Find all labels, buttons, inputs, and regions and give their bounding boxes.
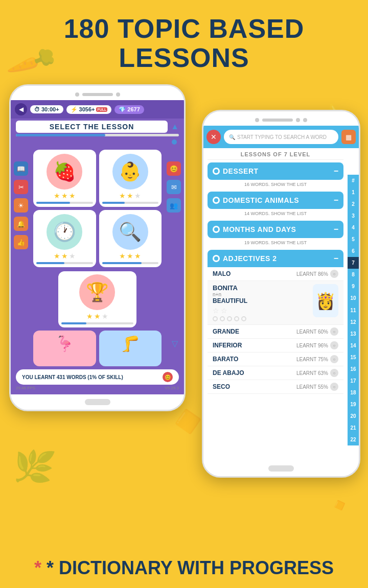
lesson-item-baby[interactable]: 👶 ★★★ [99, 150, 162, 207]
header-progress-bar [16, 134, 179, 136]
num-19[interactable]: 19 [348, 398, 359, 410]
lesson-stars-2: ★★★ [119, 192, 141, 200]
phone-right-camera [255, 118, 259, 122]
num-7[interactable]: 7 [348, 257, 359, 269]
sun-icon[interactable]: ☀ [14, 198, 28, 213]
num-hash[interactable]: # [348, 175, 359, 186]
mail-icon[interactable]: ✉ [167, 180, 181, 194]
lesson-item-clock[interactable]: 🕐 ★★★ [33, 210, 96, 267]
phone-camera [75, 92, 79, 97]
lesson-progress-2 [102, 202, 159, 204]
phone-right-top-bar [203, 111, 359, 126]
lesson-icon-strawberry: 🍓 [47, 154, 82, 190]
phone-right-speaker [262, 119, 293, 122]
lesson-item-strawberry[interactable]: 🍓 ★★★ [33, 150, 96, 207]
adjectives-toggle[interactable]: − [334, 254, 338, 263]
lesson-stars-5: ★★★ [86, 312, 108, 320]
num-15[interactable]: 15 [348, 351, 359, 363]
group-icon[interactable]: 👥 [167, 198, 181, 213]
thumb-icon[interactable]: 👍 [14, 235, 28, 249]
adjectives-header[interactable]: ADJECTIVES 2 − [208, 250, 343, 267]
gems-badge: 💎 2677 [114, 105, 144, 114]
phone-screen-left: ◀ ⏱ 30:00+ ⚡ 3056+ FULL 💎 2677 SELECT TH… [11, 100, 184, 394]
face-icon[interactable]: 😊 [167, 161, 181, 176]
phone-left: ◀ ⏱ 30:00+ ⚡ 3056+ FULL 💎 2677 SELECT TH… [9, 84, 186, 411]
num-10[interactable]: 10 [348, 292, 359, 304]
search-grid-button[interactable]: ▦ [341, 130, 356, 144]
num-20[interactable]: 20 [348, 410, 359, 422]
num-13[interactable]: 13 [348, 328, 359, 340]
domestic-dot [213, 197, 220, 204]
word-seco[interactable]: SECO LEARNT 55% ○ [208, 380, 343, 394]
num-22[interactable]: 22 [348, 434, 359, 445]
num-18[interactable]: 18 [348, 387, 359, 398]
num-11[interactable]: 11 [348, 304, 359, 316]
fps-text: 29.46 FPS [16, 386, 35, 390]
right-content-area: LESSONS OF 7 LEVEL DESSERT − 16 WORDS. S… [203, 148, 359, 394]
lesson-domestic-animals[interactable]: DOMESTIC ANIMALS − 14 WORDS. SHOW THE LI… [203, 192, 348, 218]
lightning-badge: ⚡ 3056+ FULL [66, 105, 112, 114]
phone-right: ✕ 🔍 START TYPING TO SEARCH A WORD ▦ LESS… [202, 110, 360, 478]
num-17[interactable]: 17 [348, 375, 359, 387]
search-input[interactable]: 🔍 START TYPING TO SEARCH A WORD [224, 130, 338, 144]
partial-item-leg[interactable]: 🦵 [99, 331, 162, 366]
num-4[interactable]: 4 [348, 222, 359, 233]
time-badge: ⏱ 30:00+ [30, 105, 63, 113]
bell-icon[interactable]: 🔔 [14, 217, 28, 231]
lesson-months-days[interactable]: MONTHS AND DAYS − 19 WORDS. SHOW THE LIS… [203, 221, 348, 247]
domestic-toggle[interactable]: − [334, 196, 338, 205]
word-barato[interactable]: BARATO LEARNT 75% ○ [208, 352, 343, 366]
lesson-item-trophy[interactable]: 🏆 ★★★ [58, 271, 136, 327]
left-side-buttons: 📖 ✂ ☀ 🔔 👍 [14, 161, 28, 249]
header-progress-fill [16, 134, 105, 136]
lesson-stars-4: ★★★ [119, 252, 141, 260]
num-14[interactable]: 14 [348, 340, 359, 351]
phone-top-bar [11, 86, 184, 100]
lesson-progress-1 [36, 202, 93, 204]
lightning-icon: ⚡ [71, 106, 78, 113]
indicator-dot [172, 139, 177, 145]
num-21[interactable]: 21 [348, 422, 359, 434]
book-icon[interactable]: 📖 [14, 161, 28, 176]
num-5[interactable]: 5 [348, 233, 359, 245]
version-text: V5.29.3 [165, 386, 179, 390]
word-malo[interactable]: MALO LEARNT 86% ○ [208, 267, 343, 281]
de-abajo-circle: ○ [330, 369, 338, 377]
word-bonita-expanded[interactable]: BONITA n+n BEAUTIFUL ☆ ☆ [208, 281, 343, 325]
months-toggle[interactable]: − [334, 225, 338, 234]
home-button-right[interactable] [268, 465, 294, 472]
lesson-progress-4 [102, 262, 159, 264]
word-inferior[interactable]: INFERIOR LEARNT 96% ○ [208, 339, 343, 352]
home-button[interactable] [85, 399, 110, 405]
dessert-toggle[interactable]: − [334, 167, 338, 176]
right-search-bar: ✕ 🔍 START TYPING TO SEARCH A WORD ▦ [203, 126, 359, 148]
scissors-icon[interactable]: ✂ [14, 180, 28, 194]
bonita-figure: 👸 [313, 284, 338, 317]
lesson-item-magnifier[interactable]: 🔍 ★★★ [99, 210, 162, 267]
phone-right-screen: ✕ 🔍 START TYPING TO SEARCH A WORD ▦ LESS… [203, 126, 359, 461]
lesson-stars-3: ★★★ [54, 252, 76, 260]
num-2[interactable]: 2 [348, 198, 359, 210]
lesson-progress-5 [61, 322, 133, 324]
num-6[interactable]: 6 [348, 245, 359, 257]
word-grande[interactable]: GRANDE LEARNT 60% ○ [208, 325, 343, 339]
phone-speaker [82, 93, 113, 96]
num-1[interactable]: 1 [348, 186, 359, 198]
learnt-text: YOU LEARNT 431 WORDS (1% OF SKILL) [22, 374, 123, 380]
num-12[interactable]: 12 [348, 316, 359, 328]
num-3[interactable]: 3 [348, 210, 359, 222]
num-9[interactable]: 9 [348, 280, 359, 292]
number-strip: # 1 2 3 4 5 6 7 8 9 10 11 12 13 14 15 16… [348, 175, 359, 445]
back-button[interactable]: ◀ [15, 103, 27, 115]
phone-camera2 [116, 92, 120, 97]
search-close-button[interactable]: ✕ [206, 130, 221, 144]
partial-item-flamingo[interactable]: 🦩 [33, 331, 96, 366]
num-16[interactable]: 16 [348, 363, 359, 375]
num-8[interactable]: 8 [348, 269, 359, 280]
lesson-dessert[interactable]: DESSERT − 16 WORDS. SHOW THE LIST [203, 162, 348, 189]
lessons-level-header: LESSONS OF 7 LEVEL [208, 148, 343, 160]
adjectives-section: ADJECTIVES 2 − MALO LEARNT 86% ○ [208, 250, 343, 394]
word-de-abajo[interactable]: DE ABAJO LEARNT 63% ○ [208, 366, 343, 380]
phone-right-camera3 [303, 118, 307, 122]
barato-circle: ○ [330, 355, 338, 363]
